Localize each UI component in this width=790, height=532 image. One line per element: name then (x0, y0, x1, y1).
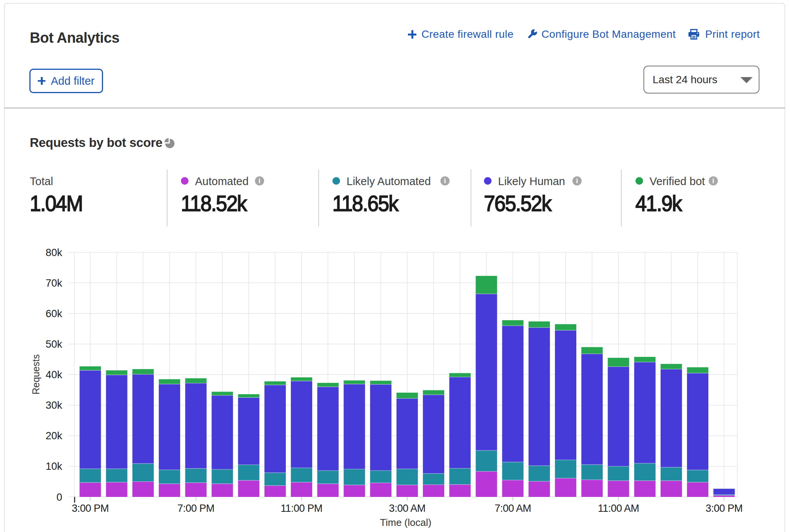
svg-text:20k: 20k (45, 430, 62, 442)
svg-text:11:00 PM: 11:00 PM (281, 503, 322, 514)
svg-text:3:00 PM: 3:00 PM (706, 503, 743, 514)
svg-text:30k: 30k (45, 400, 62, 411)
svg-text:70k: 70k (45, 277, 62, 289)
svg-text:7:00 AM: 7:00 AM (495, 503, 531, 514)
svg-text:50k: 50k (45, 339, 62, 350)
svg-text:0: 0 (56, 492, 62, 503)
svg-text:Requests: Requests (31, 354, 41, 395)
svg-text:40k: 40k (45, 369, 62, 380)
svg-text:80k: 80k (45, 247, 62, 258)
svg-text:11:00 AM: 11:00 AM (598, 503, 639, 514)
svg-text:60k: 60k (45, 308, 62, 319)
svg-text:3:00 PM: 3:00 PM (72, 503, 109, 514)
svg-text:10k: 10k (45, 461, 62, 472)
svg-text:Time (local): Time (local) (380, 517, 432, 528)
svg-text:7:00 PM: 7:00 PM (177, 503, 214, 514)
svg-text:3:00 AM: 3:00 AM (389, 503, 426, 514)
